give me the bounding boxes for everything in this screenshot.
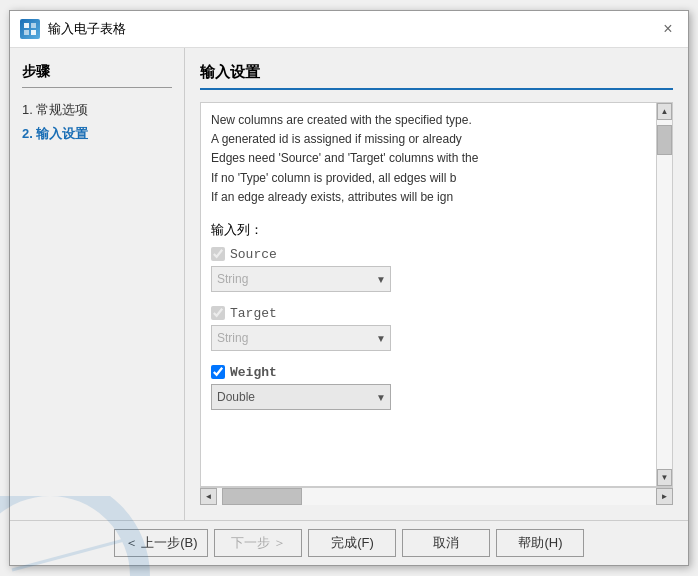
content-area: New columns are created with the specifi… xyxy=(200,102,673,487)
dialog-title: 输入电子表格 xyxy=(48,20,126,38)
close-button[interactable]: × xyxy=(658,19,678,39)
svg-rect-3 xyxy=(31,30,36,35)
dialog-body: 步骤 1. 常规选项 2. 输入设置 输入设置 New columns are … xyxy=(10,48,688,520)
title-bar: 输入电子表格 × xyxy=(10,11,688,48)
svg-rect-0 xyxy=(24,23,29,28)
sidebar: 步骤 1. 常规选项 2. 输入设置 xyxy=(10,48,185,520)
scroll-down-button[interactable]: ▼ xyxy=(657,469,672,486)
column-weight: Weight Double String Integer Boolean ▼ xyxy=(211,365,646,410)
scroll-content[interactable]: New columns are created with the specifi… xyxy=(201,103,656,486)
scroll-left-button[interactable]: ◄ xyxy=(200,488,217,505)
svg-rect-1 xyxy=(31,23,36,28)
scroll-right-button[interactable]: ► xyxy=(656,488,673,505)
horizontal-scrollbar: ◄ ► xyxy=(200,487,673,505)
dialog: 输入电子表格 × 步骤 1. 常规选项 2. 输入设置 输入设置 New col… xyxy=(9,10,689,566)
sidebar-item-general[interactable]: 1. 常规选项 xyxy=(22,98,172,122)
main-title: 输入设置 xyxy=(200,63,673,90)
column-source: Source String ▼ xyxy=(211,247,646,292)
vertical-scrollbar: ▲ ▼ xyxy=(656,103,672,486)
cancel-button[interactable]: 取消 xyxy=(402,529,490,557)
info-line-2: A generated id is assigned if missing or… xyxy=(211,130,646,149)
watermark xyxy=(10,496,160,520)
target-checkbox-row: Target xyxy=(211,306,646,321)
help-button[interactable]: 帮助(H) xyxy=(496,529,584,557)
info-line-5: If an edge already exists, attributes wi… xyxy=(211,188,646,207)
weight-label: Weight xyxy=(230,365,277,380)
sidebar-item-import-settings[interactable]: 2. 输入设置 xyxy=(22,122,172,146)
column-target: Target String ▼ xyxy=(211,306,646,351)
scroll-track-horizontal[interactable] xyxy=(217,488,656,505)
source-label: Source xyxy=(230,247,277,262)
finish-button[interactable]: 完成(F) xyxy=(308,529,396,557)
info-line-1: New columns are created with the specifi… xyxy=(211,111,646,130)
weight-checkbox-row: Weight xyxy=(211,365,646,380)
weight-type-wrapper: Double String Integer Boolean ▼ xyxy=(211,384,391,410)
title-bar-left: 输入电子表格 xyxy=(20,19,126,39)
columns-section-label: 输入列： xyxy=(211,221,646,239)
target-label: Target xyxy=(230,306,277,321)
svg-rect-2 xyxy=(24,30,29,35)
target-type-wrapper: String ▼ xyxy=(211,325,391,351)
scroll-up-button[interactable]: ▲ xyxy=(657,103,672,120)
source-type-select[interactable]: String xyxy=(211,266,391,292)
sidebar-title: 步骤 xyxy=(22,63,172,88)
weight-type-select[interactable]: Double String Integer Boolean xyxy=(211,384,391,410)
next-button[interactable]: 下一步 ＞ xyxy=(214,529,302,557)
weight-checkbox[interactable] xyxy=(211,365,225,379)
info-text: New columns are created with the specifi… xyxy=(211,111,646,207)
info-line-3: Edges need 'Source' and 'Target' columns… xyxy=(211,149,646,168)
source-type-wrapper: String ▼ xyxy=(211,266,391,292)
target-type-select[interactable]: String xyxy=(211,325,391,351)
target-checkbox[interactable] xyxy=(211,306,225,320)
source-checkbox[interactable] xyxy=(211,247,225,261)
scroll-thumb-vertical[interactable] xyxy=(657,125,672,155)
scroll-track-vertical[interactable] xyxy=(657,120,672,469)
app-icon xyxy=(20,19,40,39)
info-line-4: If no 'Type' column is provided, all edg… xyxy=(211,169,646,188)
source-checkbox-row: Source xyxy=(211,247,646,262)
scroll-thumb-horizontal[interactable] xyxy=(222,488,302,505)
main-content: 输入设置 New columns are created with the sp… xyxy=(185,48,688,520)
